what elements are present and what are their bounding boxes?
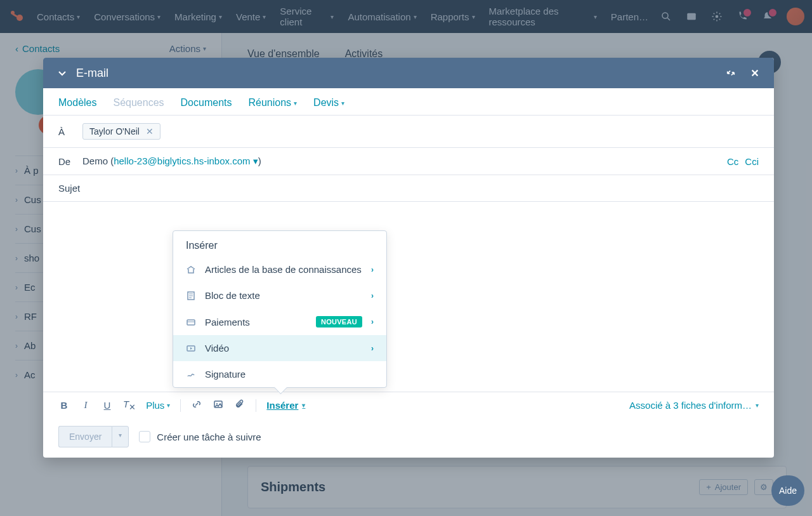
- from-label: De: [58, 156, 74, 167]
- to-label: À: [58, 126, 74, 137]
- collapse-icon[interactable]: [56, 67, 69, 79]
- chevron-right-icon: ›: [371, 344, 374, 353]
- svg-rect-11: [187, 320, 195, 325]
- insert-button[interactable]: Insérer▾: [266, 400, 305, 411]
- composer-body[interactable]: Insérer Articles de la base de connaissa…: [43, 202, 774, 392]
- modal-header: E-mail: [43, 58, 774, 88]
- email-compose-modal: E-mail Modèles Séquences Documents Réuni…: [43, 58, 774, 458]
- from-row: De Demo (hello-23@biglytics.hs-inbox.com…: [43, 148, 774, 175]
- send-button-group: Envoyer ▾: [58, 426, 129, 447]
- chevron-right-icon: ›: [371, 291, 374, 300]
- bold-button[interactable]: B: [58, 400, 70, 411]
- insert-option-paiements[interactable]: PaiementsNOUVEAU›: [173, 308, 386, 335]
- insert-option-label: Paiements: [205, 317, 307, 327]
- attachment-icon[interactable]: [234, 399, 246, 411]
- insert-option-label: Bloc de texte: [205, 290, 362, 301]
- tab-modeles[interactable]: Modèles: [58, 97, 96, 109]
- svg-point-15: [216, 403, 218, 404]
- underline-button[interactable]: U: [102, 400, 113, 411]
- send-button[interactable]: Envoyer: [58, 426, 112, 447]
- tab-reunions[interactable]: Réunions▾: [248, 97, 297, 109]
- create-task-checkbox-row[interactable]: Créer une tâche à suivre: [139, 431, 261, 442]
- cc-button[interactable]: Cc: [727, 156, 738, 167]
- remove-recipient-icon[interactable]: ✕: [146, 126, 154, 136]
- insert-option-bloc-de-texte[interactable]: Bloc de texte›: [173, 282, 386, 308]
- recipient-chip[interactable]: Taylor O'Neil ✕: [82, 123, 160, 140]
- checkbox-icon[interactable]: [139, 431, 150, 442]
- to-row: À Taylor O'Neil ✕: [43, 116, 774, 148]
- chevron-right-icon: ›: [371, 265, 374, 274]
- knowledge-icon: [186, 265, 196, 275]
- help-button[interactable]: Aide: [771, 475, 804, 506]
- video-icon: [186, 343, 196, 354]
- composer-toolbar: B I U T✕ Plus▾ Insérer▾ Associé à 3 fich…: [43, 392, 774, 418]
- subject-row[interactable]: Sujet: [43, 175, 774, 202]
- subject-label: Sujet: [58, 183, 80, 194]
- cci-button[interactable]: Cci: [745, 156, 759, 167]
- insert-option-articles-de-la-base-de-connaissances[interactable]: Articles de la base de connaissances›: [173, 256, 386, 282]
- insert-option-signature[interactable]: Signature: [173, 361, 386, 387]
- italic-button[interactable]: I: [80, 400, 91, 411]
- associated-records[interactable]: Associé à 3 fiches d'inform…▾: [629, 400, 759, 411]
- insert-option-label: Signature: [205, 369, 374, 380]
- from-value[interactable]: Demo (hello-23@biglytics.hs-inbox.com ▾): [82, 155, 261, 167]
- close-icon[interactable]: [749, 67, 761, 79]
- tab-documents[interactable]: Documents: [181, 97, 232, 109]
- create-task-label: Créer une tâche à suivre: [157, 432, 261, 442]
- insert-option-label: Articles de la base de connaissances: [205, 264, 362, 275]
- modal-title: E-mail: [76, 67, 724, 80]
- signature-icon: [186, 369, 196, 380]
- composer-tabs: Modèles Séquences Documents Réunions▾ De…: [43, 88, 774, 116]
- text-block-icon: [186, 291, 196, 301]
- link-icon[interactable]: [191, 399, 202, 411]
- clear-format-button[interactable]: T✕: [123, 399, 136, 412]
- popover-title: Insérer: [173, 231, 386, 256]
- payments-icon: [186, 317, 196, 327]
- more-format-button[interactable]: Plus▾: [146, 400, 170, 411]
- insert-option-label: Vidéo: [205, 343, 362, 354]
- insert-popover: Insérer Articles de la base de connaissa…: [173, 230, 387, 388]
- tab-sequences: Séquences: [113, 97, 164, 109]
- tab-devis[interactable]: Devis▾: [313, 97, 344, 109]
- composer-footer: Envoyer ▾ Créer une tâche à suivre: [43, 418, 774, 458]
- send-dropdown[interactable]: ▾: [112, 426, 129, 447]
- chevron-right-icon: ›: [371, 317, 374, 326]
- new-badge: NOUVEAU: [316, 316, 362, 327]
- minimize-icon[interactable]: [724, 67, 737, 79]
- insert-option-vid-o[interactable]: Vidéo›: [173, 335, 386, 361]
- image-icon[interactable]: [213, 399, 224, 411]
- recipient-name: Taylor O'Neil: [89, 126, 140, 136]
